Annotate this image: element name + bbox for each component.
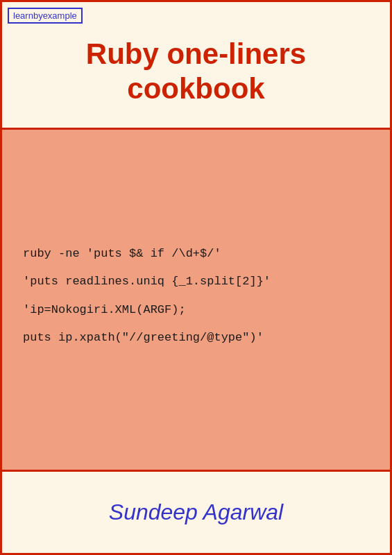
title-line2: cookbook (127, 72, 264, 105)
code-section: ruby -ne 'puts $& if /\d+$/' 'puts readl… (2, 130, 390, 472)
author-section: Sundeep Agarwal (2, 472, 390, 553)
code-block: ruby -ne 'puts $& if /\d+$/' 'puts readl… (23, 244, 369, 356)
code-line-3: 'ip=Nokogiri.XML(ARGF); (23, 300, 369, 321)
page-container: learnbyexample Ruby one-liners cookbook … (0, 0, 392, 555)
code-line-1: ruby -ne 'puts $& if /\d+$/' (23, 244, 369, 265)
title-line1: Ruby one-liners (86, 37, 306, 70)
brand-text: learnbyexample (13, 10, 77, 21)
code-line-4: puts ip.xpath("//greeting/@type")' (23, 327, 369, 349)
code-line-2: 'puts readlines.uniq {_1.split[2]}' (23, 271, 369, 293)
book-title: Ruby one-liners cookbook (23, 37, 369, 107)
author-name: Sundeep Agarwal (23, 500, 369, 525)
brand-label: learnbyexample (8, 8, 83, 24)
